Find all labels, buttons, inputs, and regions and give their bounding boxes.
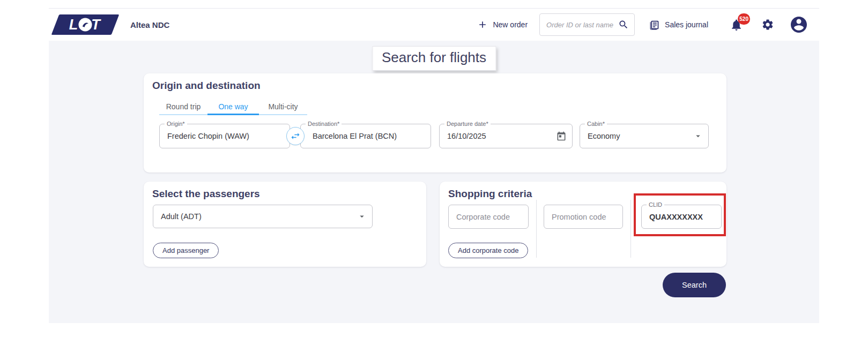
origin-destination-card: Origin and destination Round trip One wa…: [144, 73, 726, 172]
passenger-type-select[interactable]: Adult (ADT): [153, 205, 373, 228]
passengers-heading: Select the passengers: [152, 188, 260, 200]
notifications-button[interactable]: 520: [730, 18, 743, 32]
clid-field[interactable]: CLID: [641, 205, 722, 229]
passengers-card: Select the passengers Adult (ADT) Add pa…: [144, 182, 426, 267]
tab-one-way[interactable]: One way: [207, 99, 259, 114]
new-order-button[interactable]: New order: [477, 19, 528, 30]
page-title: Search for flights: [372, 46, 496, 71]
shopping-criteria-card: Shopping criteria CLID Add corporate cod…: [440, 182, 726, 267]
lot-logo[interactable]: LOT: [51, 14, 120, 35]
origin-field[interactable]: Origin*: [159, 124, 290, 148]
corporate-code-input[interactable]: [449, 205, 528, 228]
passenger-type-value: Adult (ADT): [153, 205, 372, 228]
app-title: Altea NDC: [130, 20, 169, 29]
corporate-code-field[interactable]: [448, 205, 529, 229]
departure-date-field[interactable]: Departure date*: [439, 124, 573, 148]
top-header: LOT Altea NDC New order Sales journal: [49, 9, 819, 41]
swap-icon: [290, 131, 301, 141]
tab-indicator: [207, 114, 259, 115]
origin-input[interactable]: [160, 124, 290, 148]
promotion-code-field[interactable]: [544, 205, 623, 229]
clid-field-label: CLID: [647, 201, 664, 208]
field-divider: [630, 200, 631, 258]
notification-badge: 520: [738, 13, 750, 25]
main-content: Search for flights Origin and destinatio…: [49, 41, 819, 323]
destination-field-label: Destination*: [306, 121, 342, 128]
add-passenger-button[interactable]: Add passenger: [153, 243, 219, 258]
plus-icon: [477, 19, 488, 30]
gear-icon: [761, 18, 774, 31]
destination-input[interactable]: [301, 124, 431, 148]
destination-field[interactable]: Destination*: [300, 124, 431, 148]
clid-highlight-box: CLID: [634, 193, 726, 236]
origin-destination-heading: Origin and destination: [152, 80, 261, 92]
cabin-select-value: Economy: [580, 124, 708, 148]
sales-journal-button[interactable]: Sales journal: [649, 19, 708, 31]
departure-date-field-label: Departure date*: [444, 121, 491, 128]
clid-input[interactable]: [642, 205, 721, 228]
journal-icon: [649, 19, 660, 31]
crane-icon: [79, 18, 92, 32]
trip-type-tabs: Round trip One way Multi-city: [159, 99, 307, 115]
shopping-criteria-heading: Shopping criteria: [448, 188, 532, 200]
cabin-select-label: Cabin*: [585, 121, 607, 128]
new-order-label: New order: [493, 20, 528, 29]
tab-multi-city[interactable]: Multi-city: [259, 99, 307, 114]
origin-field-label: Origin*: [165, 121, 187, 128]
cabin-select[interactable]: Cabin* Economy: [580, 124, 709, 148]
search-icon[interactable]: [618, 19, 629, 30]
swap-origin-destination-button[interactable]: [286, 127, 305, 145]
departure-date-input[interactable]: [440, 124, 572, 148]
app-window: LOT Altea NDC New order Sales journal: [49, 8, 819, 323]
tab-round-trip[interactable]: Round trip: [159, 99, 207, 114]
chevron-down-icon: [693, 131, 703, 141]
settings-button[interactable]: [761, 18, 774, 31]
field-divider: [536, 200, 537, 258]
promotion-code-input[interactable]: [544, 205, 622, 228]
search-flights-button[interactable]: Search: [663, 273, 726, 297]
order-search-box[interactable]: [539, 13, 635, 36]
calendar-icon[interactable]: [556, 131, 567, 141]
chevron-down-icon: [357, 212, 367, 221]
add-corporate-code-button[interactable]: Add corporate code: [448, 243, 528, 258]
order-search-input[interactable]: [546, 21, 618, 29]
sales-journal-label: Sales journal: [665, 20, 708, 29]
user-avatar[interactable]: [789, 15, 808, 34]
